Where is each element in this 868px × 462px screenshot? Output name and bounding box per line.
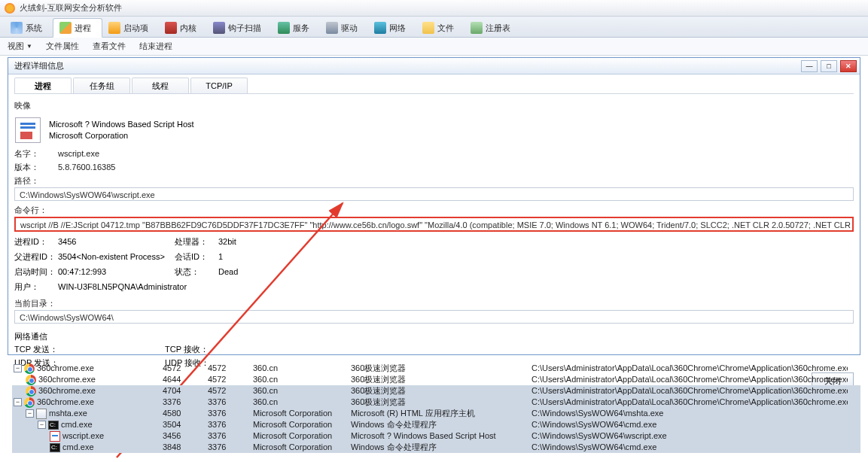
main-tab-0[interactable]: 系统: [5, 19, 53, 37]
main-tab-9[interactable]: 注册表: [464, 19, 521, 37]
main-tab-5[interactable]: 服务: [272, 19, 320, 37]
dialog-tab-1[interactable]: 任务组: [73, 78, 130, 93]
label-starttime: 启动时间：: [14, 265, 58, 278]
label-version: 版本：: [14, 160, 58, 174]
label-pid: 进程ID：: [14, 235, 58, 248]
tab-icon: [59, 22, 72, 34]
process-row[interactable]: −360chrome.exe33763376360.cn360极速浏览器C:\U…: [12, 397, 860, 408]
script-icon: [50, 431, 60, 442]
label-session: 会话ID：: [175, 250, 218, 263]
process-row[interactable]: wscript.exe34563376Microsoft Corporation…: [12, 430, 860, 442]
main-tab-4[interactable]: 钩子扫描: [207, 19, 272, 37]
app-title: 火绒剑-互联网安全分析软件: [20, 2, 122, 14]
maximize-button[interactable]: □: [821, 60, 837, 72]
value-session: 1: [218, 250, 294, 263]
label-path: 路径：: [14, 174, 58, 187]
value-state: Dead: [218, 265, 294, 278]
proc-pid: 4580: [163, 408, 208, 419]
proc-desc: 360极速浏览器: [351, 363, 531, 374]
main-tab-3[interactable]: 内核: [159, 19, 207, 37]
main-tab-6[interactable]: 驱动: [320, 19, 368, 37]
script-file-icon: [15, 117, 41, 143]
proc-desc: 360极速浏览器: [351, 385, 531, 397]
main-tab-7[interactable]: 网络: [368, 19, 416, 37]
window-titlebar: 火绒剑-互联网安全分析软件: [0, 0, 868, 17]
tree-toggle[interactable]: −: [14, 398, 22, 406]
tab-icon: [278, 22, 290, 34]
toolbar-view-file[interactable]: 查看文件: [93, 41, 126, 52]
label-tcp-send: TCP 发送：: [14, 342, 67, 356]
proc-name: mshta.exe: [49, 408, 87, 419]
proc-pid: 3456: [163, 430, 208, 442]
proc-pid: 4572: [163, 363, 208, 374]
value-version: 5.8.7600.16385: [58, 160, 115, 174]
label-netcomm: 网络通信: [14, 331, 854, 342]
value-tcp-send: [67, 342, 165, 356]
tab-icon: [326, 22, 338, 34]
proc-ppid: 3376: [208, 430, 253, 442]
proc-path: C:\Windows\SysWOW64\mshta.exe: [531, 408, 848, 419]
proc-name: 360chrome.exe: [38, 374, 96, 385]
image-description: Microsoft ? Windows Based Script Host: [49, 119, 194, 130]
toolbar-end-process[interactable]: 结束进程: [139, 41, 172, 52]
label-cpu: 处理器：: [175, 235, 218, 248]
value-name: wscript.exe: [58, 147, 99, 160]
toolbar-view[interactable]: 视图▼: [8, 41, 32, 52]
label-name: 名字：: [14, 147, 58, 160]
process-icon: [14, 117, 41, 144]
close-button[interactable]: ✕: [840, 60, 857, 72]
label-state: 状态：: [175, 265, 218, 278]
proc-path: C:\Users\Administrator\AppData\Local\360…: [531, 374, 848, 385]
proc-path: C:\Users\Administrator\AppData\Local\360…: [531, 385, 848, 397]
proc-ppid: 3376: [208, 397, 253, 408]
cmd-icon: C:: [50, 443, 60, 452]
proc-name: cmd.exe: [61, 419, 93, 430]
proc-desc: Microsoft (R) HTML 应用程序主机: [351, 408, 531, 419]
tree-toggle[interactable]: −: [26, 409, 34, 418]
proc-company: Microsoft Corporation: [253, 419, 351, 430]
proc-company: Microsoft Corporation: [253, 408, 351, 419]
proc-pid: 4644: [163, 374, 208, 385]
main-tab-8[interactable]: 文件: [416, 19, 464, 37]
proc-company: Microsoft Corporation: [253, 430, 351, 442]
process-row[interactable]: 360chrome.exe47044572360.cn360极速浏览器C:\Us…: [12, 385, 860, 397]
proc-company: 360.cn: [253, 397, 351, 408]
dialog-tab-0[interactable]: 进程: [14, 78, 72, 93]
curdir-field[interactable]: C:\Windows\SysWOW64\: [14, 310, 854, 324]
process-row[interactable]: −C:cmd.exe35043376Microsoft CorporationW…: [12, 419, 860, 430]
minimize-button[interactable]: —: [801, 60, 818, 72]
dialog-tab-3[interactable]: TCP/IP: [190, 78, 248, 93]
tab-icon: [422, 22, 434, 34]
chrome-icon: [24, 397, 35, 408]
proc-name: wscript.exe: [62, 430, 104, 442]
value-user: WIN-U3F8LN5PQNA\Administrator: [58, 280, 294, 293]
main-tab-1[interactable]: 进程: [53, 18, 102, 38]
app-icon: [5, 3, 15, 14]
tab-icon: [374, 22, 386, 34]
proc-name: 360chrome.exe: [38, 385, 96, 397]
proc-desc: Windows 命令处理程序: [351, 419, 531, 430]
proc-desc: 360极速浏览器: [351, 374, 531, 385]
tree-toggle[interactable]: −: [14, 364, 22, 372]
proc-ppid: 4572: [208, 374, 253, 385]
dialog-tab-2[interactable]: 线程: [132, 78, 189, 93]
tree-toggle[interactable]: −: [38, 421, 46, 429]
proc-ppid: 4572: [208, 363, 253, 374]
process-row[interactable]: C:cmd.exe38483376Microsoft CorporationWi…: [12, 442, 860, 453]
process-row[interactable]: 360chrome.exe46444572360.cn360极速浏览器C:\Us…: [12, 374, 860, 385]
path-field[interactable]: C:\Windows\SysWOW64\wscript.exe: [14, 187, 854, 201]
process-row[interactable]: −mshta.exe45803376Microsoft CorporationM…: [12, 408, 860, 419]
cmd-icon: C:: [48, 421, 59, 430]
proc-path: C:\Windows\SysWOW64\cmd.exe: [531, 442, 848, 453]
toolbar-file-props[interactable]: 文件属性: [46, 41, 79, 52]
image-company: Microsoft Corporation: [49, 130, 194, 141]
proc-pid: 3504: [163, 419, 208, 430]
process-row[interactable]: −360chrome.exe45724572360.cn360极速浏览器C:\U…: [12, 363, 860, 374]
proc-pid: 3848: [163, 442, 208, 453]
label-user: 用户：: [14, 280, 58, 293]
main-tab-2[interactable]: 启动项: [102, 19, 159, 37]
dialog-titlebar: 进程详细信息 — □ ✕: [8, 58, 860, 74]
process-list[interactable]: −360chrome.exe45724572360.cn360极速浏览器C:\U…: [12, 363, 860, 457]
cmdline-field[interactable]: wscript //B //E:JScript 04712.tmp "B87BB…: [14, 217, 854, 232]
label-curdir: 当前目录：: [14, 296, 61, 310]
